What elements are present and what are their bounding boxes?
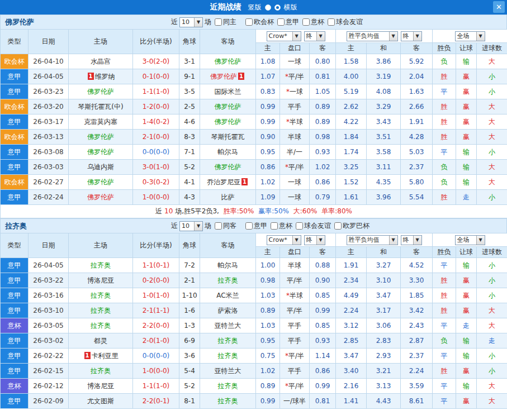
- filter-checkbox-1[interactable]: [245, 18, 253, 26]
- odds-company-select[interactable]: Crow*▼: [267, 235, 301, 245]
- goals-cell: 走: [477, 333, 507, 349]
- home-team-name: 佛罗伦萨: [87, 133, 114, 141]
- avg-stage-select[interactable]: 终▼: [401, 235, 422, 245]
- handicap-cell: *平/半: [280, 349, 310, 364]
- result-cell: 平: [433, 349, 456, 364]
- select-group: 胜平负均值▼终▼: [336, 233, 433, 247]
- column-header: 进球数: [477, 247, 507, 258]
- filter-checkbox-2[interactable]: [277, 18, 285, 26]
- avg-away-cell: 2.87: [401, 333, 433, 349]
- away-team-cell: 拉齐奥: [200, 349, 256, 364]
- home-odds-cell: 1.02: [256, 364, 280, 379]
- handicap-result-cell: 赢: [456, 99, 477, 114]
- column-header: 盘口: [280, 247, 310, 258]
- column-header: 主场: [69, 30, 133, 54]
- column-header: 客场: [200, 233, 256, 258]
- layout-radio-label: 竖版: [248, 3, 262, 12]
- avg-draw-cell: 3.11: [367, 160, 401, 175]
- date-cell: 26-03-03: [29, 160, 69, 175]
- goals-cell: 大: [477, 130, 507, 145]
- column-header: 主: [336, 43, 367, 54]
- home-team-cell: 拉齐奥: [69, 303, 133, 318]
- match-row: 意甲26-03-23佛罗伦萨1-1(1-0)3-5国际米兰0.83*一球1.05…: [1, 84, 507, 99]
- layout-radio-vertical[interactable]: [265, 4, 271, 11]
- team-section-1: 佛罗伦萨近10▼场同主欧会杯意甲意杯球会友谊类型日期主场比分(半场)角球客场Cr…: [0, 15, 507, 218]
- filter-checkbox-0[interactable]: [215, 222, 222, 230]
- scope-select[interactable]: 全场▼: [455, 31, 485, 41]
- filter-checkbox-4[interactable]: [328, 18, 335, 26]
- column-header: 客: [401, 247, 433, 258]
- avg-type-select[interactable]: 胜平负均值▼: [347, 235, 398, 245]
- odds-stage-select[interactable]: 终▼: [304, 235, 325, 245]
- away-team-name: 佛罗伦萨: [215, 163, 241, 171]
- league-badge: 欧会杯: [1, 130, 29, 145]
- avg-home-cell: 3.40: [336, 364, 367, 379]
- match-row: 意甲26-03-08佛罗伦萨0-0(0-0)7-1帕尔马0.95半/一0.931…: [1, 145, 507, 160]
- league-badge: 意甲: [1, 160, 29, 175]
- goals-cell: 小: [477, 145, 507, 160]
- away-team-name: 亚特兰大: [215, 322, 241, 330]
- result-cell: 胜: [433, 364, 456, 379]
- match-row: 意甲26-02-15拉齐奥1-0(0-0)5-4亚特兰大1.02平手0.863.…: [1, 364, 507, 379]
- column-header: 类型: [1, 30, 29, 54]
- handicap-result-cell: 输: [456, 160, 477, 175]
- home-team-name: 博洛尼亚: [87, 382, 114, 390]
- avg-type-select[interactable]: 胜平负均值▼: [347, 31, 398, 41]
- score-cell: 2-2(0-0): [133, 318, 179, 333]
- match-count-select[interactable]: 10▼: [179, 221, 203, 231]
- away-team-name: 亚特兰大: [215, 367, 241, 375]
- filter-checkbox-0[interactable]: [215, 18, 222, 26]
- result-cell: 胜: [433, 190, 456, 205]
- home-team-name: 克雷莫内塞: [84, 118, 117, 126]
- filter-checkbox-2[interactable]: [271, 222, 278, 230]
- match-row: 欧会杯26-02-27佛罗伦萨0-3(0-2)4-1乔治罗尼亚11.02一球0.…: [1, 175, 507, 190]
- filter-option-2: 意杯: [271, 221, 292, 231]
- filter-checkbox-3[interactable]: [296, 222, 303, 230]
- home-odds-cell: 0.95: [256, 333, 280, 349]
- avg-draw-cell: 3.19: [367, 69, 401, 84]
- home-team-cell: 尤文图斯: [69, 394, 133, 409]
- away-team-name: 帕尔马: [218, 261, 238, 269]
- away-team-cell: 拉齐奥: [200, 333, 256, 349]
- handicap-cell: 平/半: [280, 273, 310, 288]
- filter-option-3: 意杯: [302, 17, 324, 27]
- away-team-cell: 佛罗伦萨: [200, 99, 256, 114]
- summary-segment: 胜率:50%: [221, 207, 254, 215]
- score-cell: 1-1(1-0): [133, 379, 179, 394]
- odds-stage-select[interactable]: 终▼: [304, 31, 325, 41]
- odds-company-select[interactable]: Crow*▼: [267, 31, 301, 41]
- handicap-result-cell: 赢: [456, 288, 477, 303]
- handicap-text: 平/半: [288, 163, 304, 171]
- filter-checkbox-3[interactable]: [302, 18, 310, 26]
- date-cell: 26-03-16: [29, 288, 69, 303]
- home-team-name: 拉齐奥: [91, 322, 111, 330]
- match-count-select[interactable]: 10▼: [179, 17, 203, 27]
- column-header: 主: [336, 247, 367, 258]
- home-team-cell: 佛罗伦萨: [69, 84, 133, 99]
- league-badge: 意甲: [1, 84, 29, 99]
- league-badge: 意杯: [1, 318, 29, 333]
- score-cell: 2-1(1-1): [133, 303, 179, 318]
- away-odds-cell: 1.05: [310, 84, 336, 99]
- close-button[interactable]: ✕: [493, 1, 505, 13]
- home-team-cell: 1维罗纳: [69, 69, 133, 84]
- date-cell: 26-02-12: [29, 379, 69, 394]
- home-team-cell: 拉齐奥: [69, 318, 133, 333]
- home-team-cell: 拉齐奥: [69, 258, 133, 273]
- scope-select[interactable]: 全场▼: [455, 235, 485, 245]
- filter-label: 意甲: [286, 17, 299, 27]
- score-cell: 1-4(0-2): [133, 114, 179, 130]
- avg-stage-select[interactable]: 终▼: [401, 31, 422, 41]
- away-team-cell: 拉齐奥: [200, 394, 256, 409]
- date-cell: 26-03-22: [29, 273, 69, 288]
- summary-segment: 10: [164, 207, 173, 215]
- avg-home-cell: 2.34: [336, 273, 367, 288]
- league-badge: 意甲: [1, 333, 29, 349]
- filter-checkbox-4[interactable]: [334, 222, 342, 230]
- filter-checkbox-1[interactable]: [245, 222, 253, 230]
- away-odds-cell: 1.02: [310, 160, 336, 175]
- avg-home-cell: 1.91: [336, 258, 367, 273]
- handicap-result-cell: 赢: [456, 364, 477, 379]
- layout-radio-horizontal[interactable]: [274, 4, 281, 11]
- result-cell: 平: [433, 379, 456, 394]
